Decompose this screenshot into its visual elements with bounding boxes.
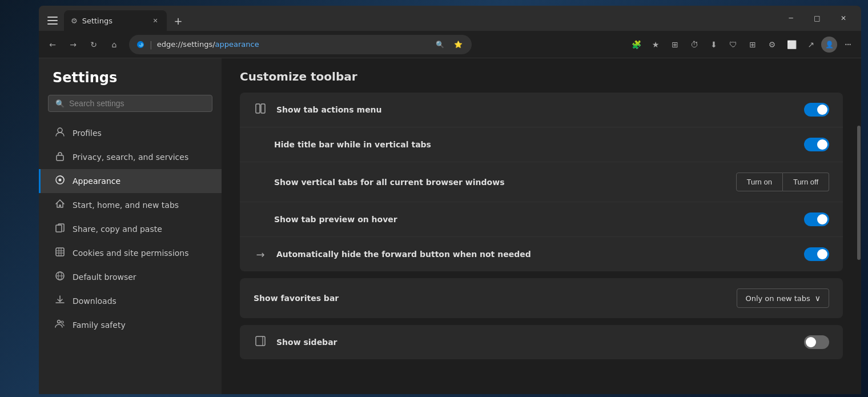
tab-bar-left: ⚙ Settings ✕ + xyxy=(43,10,187,31)
sidebar-item-default-browser[interactable]: Default browser xyxy=(39,265,222,289)
share-icon[interactable]: ↗ xyxy=(802,35,820,54)
svg-rect-7 xyxy=(56,225,62,232)
svg-rect-2 xyxy=(47,23,58,25)
sidebar-item-start-home[interactable]: Start, home, and new tabs xyxy=(39,193,222,217)
downloads-icon[interactable]: ⬇ xyxy=(705,35,723,54)
split-screen-icon[interactable]: ⬜ xyxy=(782,35,801,54)
family-safety-label: Family safety xyxy=(73,320,126,330)
tab-bar: ⚙ Settings ✕ + ─ □ ✕ xyxy=(39,6,861,31)
refresh-button[interactable]: ↻ xyxy=(85,35,103,54)
more-options-btn[interactable]: ··· xyxy=(838,35,857,54)
address-path: appearance xyxy=(215,40,259,49)
tab-preview-toggle[interactable] xyxy=(804,212,829,226)
tab-close-btn[interactable]: ✕ xyxy=(151,16,160,25)
show-vertical-tabs-row: Show vertical tabs for all current brows… xyxy=(240,162,843,202)
dropdown-chevron-icon: ∨ xyxy=(815,294,821,303)
favorites-bar-dropdown[interactable]: Only on new tabs ∨ xyxy=(737,288,829,308)
extensions-icon[interactable]: 🧩 xyxy=(627,35,645,54)
back-button[interactable]: ← xyxy=(43,35,62,54)
profiles-label: Profiles xyxy=(73,129,102,138)
favorites-icon[interactable]: ⭐ xyxy=(451,38,465,51)
share-copy-icon xyxy=(54,223,66,235)
default-browser-label: Default browser xyxy=(73,272,136,282)
sidebar-item-appearance[interactable]: Appearance xyxy=(39,169,222,193)
profiles-icon xyxy=(54,127,66,139)
svg-point-16 xyxy=(58,320,61,323)
start-home-icon xyxy=(54,199,66,211)
favorites-bar-value: Only on new tabs xyxy=(745,294,810,303)
section-title: Customize toolbar xyxy=(240,70,843,83)
hide-title-bar-label: Hide title bar while in vertical tabs xyxy=(254,140,795,149)
browser-essentials-icon[interactable]: ⚙ xyxy=(763,35,781,54)
sidebar-toggle-btn[interactable] xyxy=(43,11,62,30)
svg-rect-1 xyxy=(47,20,58,21)
settings-tab[interactable]: ⚙ Settings ✕ xyxy=(64,10,167,31)
settings-sidebar: Settings 🔍 Profiles xyxy=(39,58,222,394)
svg-rect-4 xyxy=(57,155,63,161)
show-tab-actions-toggle[interactable] xyxy=(804,103,829,117)
collections-icon[interactable]: ⊞ xyxy=(666,35,684,54)
tab-icon: ⚙ xyxy=(71,17,78,25)
security-icon[interactable]: 🛡 xyxy=(724,35,742,54)
toolbar-right: 🧩 ★ ⊞ ⏱ ⬇ 🛡 ⊞ ⚙ ⬜ ↗ 👤 ··· xyxy=(627,35,857,54)
svg-point-17 xyxy=(61,321,63,323)
sidebar-title: Settings xyxy=(39,70,222,95)
svg-point-6 xyxy=(59,179,62,182)
tab-preview-row: Show tab preview on hover xyxy=(240,202,843,237)
hide-title-bar-row: Hide title bar while in vertical tabs xyxy=(240,127,843,162)
sidebar-item-share-copy[interactable]: Share, copy and paste xyxy=(39,217,222,241)
show-sidebar-label: Show sidebar xyxy=(276,338,795,347)
show-tab-actions-label: Show tab actions menu xyxy=(276,105,795,114)
share-copy-label: Share, copy and paste xyxy=(73,224,162,234)
show-sidebar-toggle[interactable] xyxy=(804,335,829,349)
tab-actions-icon xyxy=(254,103,267,117)
profile-avatar[interactable]: 👤 xyxy=(821,37,837,53)
sidebar-item-cookies[interactable]: Cookies and site permissions xyxy=(39,241,222,265)
downloads-nav-icon xyxy=(54,295,66,307)
favorites-bar-row: Show favorites bar Only on new tabs ∨ xyxy=(240,278,843,318)
minimize-button[interactable]: ─ xyxy=(778,9,804,27)
maximize-button[interactable]: □ xyxy=(804,9,830,27)
turn-off-button[interactable]: Turn off xyxy=(783,173,829,191)
sidebar-item-downloads[interactable]: Downloads xyxy=(39,289,222,313)
sidebar-item-privacy[interactable]: Privacy, search, and services xyxy=(39,145,222,169)
hide-title-bar-toggle[interactable] xyxy=(804,138,829,151)
show-sidebar-row: Show sidebar xyxy=(240,325,843,359)
sidebar-item-profiles[interactable]: Profiles xyxy=(39,121,222,145)
search-settings-box[interactable]: 🔍 xyxy=(48,95,212,112)
address-search-icon[interactable]: 🔍 xyxy=(433,38,447,51)
default-browser-icon xyxy=(54,271,66,283)
forward-button[interactable]: → xyxy=(64,35,82,54)
close-button[interactable]: ✕ xyxy=(830,9,857,27)
window-controls: ─ □ ✕ xyxy=(778,9,857,31)
sidebar-card: Show sidebar xyxy=(240,325,843,359)
show-tab-actions-row: Show tab actions menu xyxy=(240,93,843,127)
edge-logo-icon xyxy=(136,40,145,49)
turn-on-button[interactable]: Turn on xyxy=(736,173,783,191)
tab-title: Settings xyxy=(82,17,146,25)
address-bar[interactable]: | edge://settings/appearance 🔍 ⭐ xyxy=(129,35,472,54)
home-button[interactable]: ⌂ xyxy=(105,35,123,54)
svg-rect-8 xyxy=(56,248,64,256)
search-settings-input[interactable] xyxy=(69,99,205,108)
new-tab-button[interactable]: + xyxy=(169,11,187,30)
main-content: Settings 🔍 Profiles xyxy=(39,58,861,394)
address-prefix: edge://settings/ xyxy=(157,40,215,49)
sidebar-item-family-safety[interactable]: Family safety xyxy=(39,313,222,337)
downloads-label: Downloads xyxy=(73,296,116,306)
address-divider: | xyxy=(150,40,152,49)
cookies-label: Cookies and site permissions xyxy=(73,248,189,258)
search-icon: 🔍 xyxy=(55,99,65,108)
show-vertical-tabs-label: Show vertical tabs for all current brows… xyxy=(254,178,727,187)
apps-icon[interactable]: ⊞ xyxy=(744,35,762,54)
scrollbar-thumb[interactable] xyxy=(857,126,861,260)
appearance-label: Appearance xyxy=(73,177,120,186)
favorites-bar-card: Show favorites bar Only on new tabs ∨ xyxy=(240,278,843,318)
privacy-label: Privacy, search, and services xyxy=(73,153,188,162)
sidebar-icon xyxy=(254,335,267,349)
hide-forward-toggle[interactable] xyxy=(804,247,829,261)
history-icon[interactable]: ⏱ xyxy=(685,35,704,54)
svg-rect-18 xyxy=(256,104,260,113)
toolbar-settings-card: Show tab actions menu Hide title bar whi… xyxy=(240,93,843,271)
favorites-bar-icon[interactable]: ★ xyxy=(646,35,665,54)
